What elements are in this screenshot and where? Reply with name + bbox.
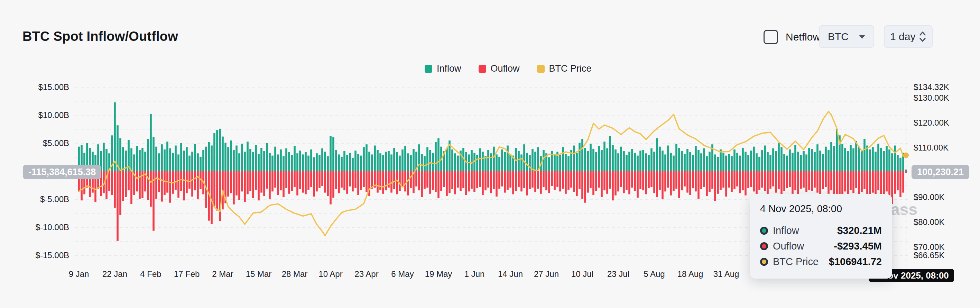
inflow-bar[interactable]	[692, 155, 694, 171]
inflow-bar[interactable]	[789, 150, 791, 171]
inflow-bar[interactable]	[222, 137, 224, 171]
inflow-bar[interactable]	[695, 146, 697, 171]
inflow-bar[interactable]	[623, 151, 625, 171]
inflow-bar[interactable]	[576, 153, 578, 172]
inflow-bar[interactable]	[138, 150, 141, 171]
outflow-bar[interactable]	[355, 171, 356, 188]
inflow-bar[interactable]	[191, 152, 193, 171]
outflow-bar[interactable]	[460, 171, 461, 191]
outflow-bar[interactable]	[490, 171, 492, 193]
outflow-bar[interactable]	[335, 171, 337, 189]
inflow-bar[interactable]	[825, 147, 827, 171]
inflow-bar[interactable]	[579, 143, 581, 171]
inflow-bar[interactable]	[244, 152, 246, 171]
outflow-bar[interactable]	[161, 171, 163, 202]
inflow-bar[interactable]	[747, 155, 749, 171]
outflow-bar[interactable]	[484, 171, 487, 190]
outflow-bar[interactable]	[614, 171, 617, 196]
inflow-bar[interactable]	[648, 155, 650, 171]
outflow-bar[interactable]	[595, 171, 597, 191]
inflow-bar[interactable]	[230, 140, 232, 171]
outflow-bar[interactable]	[617, 171, 619, 192]
inflow-bar[interactable]	[496, 154, 498, 171]
inflow-bar[interactable]	[844, 148, 846, 171]
outflow-bar[interactable]	[175, 171, 177, 190]
inflow-bar[interactable]	[816, 144, 819, 171]
inflow-bar[interactable]	[338, 154, 340, 171]
outflow-bar[interactable]	[462, 171, 465, 188]
inflow-bar[interactable]	[103, 143, 105, 171]
outflow-bar[interactable]	[783, 171, 785, 191]
inflow-bar[interactable]	[164, 150, 165, 171]
inflow-bar[interactable]	[642, 150, 644, 171]
inflow-bar[interactable]	[507, 146, 509, 172]
inflow-bar[interactable]	[316, 153, 318, 171]
outflow-bar[interactable]	[775, 171, 777, 193]
inflow-bar[interactable]	[855, 141, 857, 172]
inflow-bar[interactable]	[235, 146, 237, 172]
inflow-bar[interactable]	[224, 143, 226, 171]
outflow-bar[interactable]	[761, 171, 763, 188]
inflow-bar[interactable]	[877, 144, 879, 171]
inflow-bar[interactable]	[476, 155, 478, 171]
inflow-bar[interactable]	[377, 150, 379, 171]
outflow-bar[interactable]	[235, 171, 237, 196]
inflow-bar[interactable]	[758, 157, 760, 171]
inflow-bar[interactable]	[756, 153, 758, 171]
outflow-bar[interactable]	[703, 171, 705, 187]
inflow-bar[interactable]	[800, 155, 802, 171]
inflow-bar[interactable]	[247, 142, 249, 171]
outflow-bar[interactable]	[272, 171, 274, 192]
inflow-bar[interactable]	[401, 150, 404, 171]
outflow-bar[interactable]	[252, 171, 254, 198]
outflow-bar[interactable]	[573, 171, 575, 192]
outflow-bar[interactable]	[423, 171, 426, 188]
inflow-bar[interactable]	[595, 152, 597, 171]
outflow-bar[interactable]	[822, 171, 824, 189]
inflow-bar[interactable]	[197, 153, 199, 171]
outflow-bar[interactable]	[733, 171, 735, 189]
outflow-bar[interactable]	[216, 171, 218, 211]
outflow-bar[interactable]	[805, 171, 807, 192]
outflow-bar[interactable]	[686, 171, 689, 193]
inflow-bar[interactable]	[385, 152, 387, 171]
outflow-bar[interactable]	[592, 171, 595, 195]
outflow-bar[interactable]	[706, 171, 708, 196]
inflow-bar[interactable]	[482, 152, 484, 171]
outflow-bar[interactable]	[695, 171, 697, 192]
outflow-bar[interactable]	[260, 171, 262, 193]
inflow-bar[interactable]	[686, 149, 689, 171]
outflow-bar[interactable]	[329, 171, 332, 204]
inflow-bar[interactable]	[520, 154, 522, 171]
outflow-bar[interactable]	[183, 171, 185, 200]
outflow-bar[interactable]	[816, 171, 819, 193]
outflow-bar[interactable]	[454, 171, 456, 194]
inflow-bar[interactable]	[769, 155, 772, 171]
inflow-bar[interactable]	[493, 147, 495, 171]
inflow-bar[interactable]	[446, 148, 448, 171]
outflow-bar[interactable]	[509, 171, 511, 188]
inflow-bar[interactable]	[731, 156, 733, 171]
inflow-bar[interactable]	[340, 157, 343, 171]
outflow-bar[interactable]	[230, 171, 232, 193]
inflow-bar[interactable]	[130, 148, 132, 171]
outflow-bar[interactable]	[385, 171, 387, 190]
outflow-bar[interactable]	[418, 171, 420, 190]
outflow-bar[interactable]	[739, 171, 741, 193]
outflow-bar[interactable]	[664, 171, 667, 192]
outflow-bar[interactable]	[562, 171, 564, 188]
outflow-bar[interactable]	[451, 171, 453, 189]
outflow-bar[interactable]	[684, 171, 686, 187]
outflow-bar[interactable]	[625, 171, 628, 190]
inflow-bar[interactable]	[772, 148, 774, 171]
outflow-bar[interactable]	[628, 171, 630, 194]
inflow-bar[interactable]	[366, 144, 368, 171]
inflow-bar[interactable]	[122, 147, 124, 171]
inflow-bar[interactable]	[349, 153, 351, 172]
inflow-bar[interactable]	[258, 154, 260, 171]
inflow-bar[interactable]	[609, 136, 611, 171]
outflow-bar[interactable]	[349, 171, 351, 187]
inflow-bar[interactable]	[299, 150, 301, 171]
outflow-bar[interactable]	[396, 171, 398, 194]
outflow-bar[interactable]	[606, 171, 608, 194]
